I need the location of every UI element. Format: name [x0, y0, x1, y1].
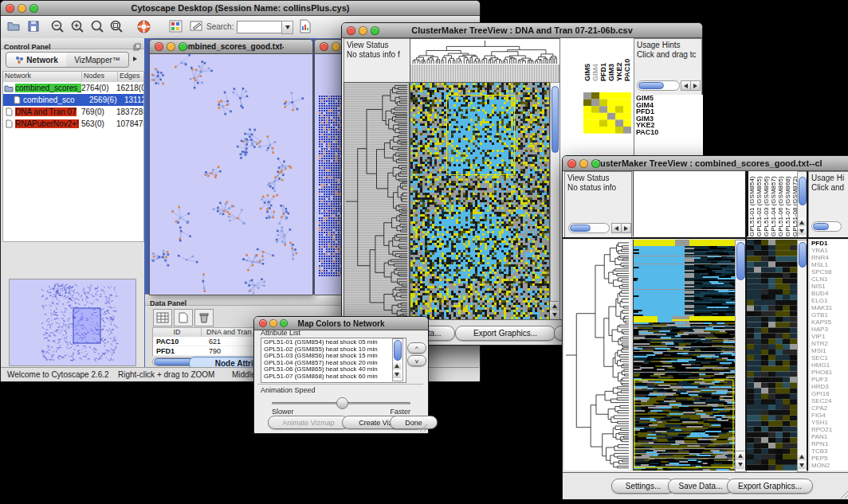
tv1-col-label[interactable]: YKE2	[615, 41, 623, 81]
delete-attribute-icon[interactable]	[194, 309, 214, 326]
tv2-usage-hscroll[interactable]	[811, 221, 842, 232]
help-lifering-icon[interactable]	[136, 19, 151, 37]
tv2-heatmap[interactable]	[633, 240, 735, 471]
network-row[interactable]: DNA and Tran 07769(0)183728(0)	[3, 106, 143, 118]
gene-label[interactable]: SEC24	[811, 397, 848, 404]
network-view-titlebar[interactable]: combined_scores_good.txt--cluste...	[150, 40, 312, 54]
close-button[interactable]	[259, 319, 267, 327]
gene-label[interactable]: BUD4	[811, 290, 848, 297]
tv1-column-dendrogram[interactable]	[410, 38, 560, 83]
gene-label[interactable]: YRA1	[811, 247, 848, 254]
gene-label[interactable]: VIP1	[811, 333, 848, 340]
network-view-2-titlebar[interactable]	[315, 40, 344, 54]
gene-label[interactable]: RPO21	[811, 426, 848, 433]
zoom-button[interactable]	[280, 319, 288, 327]
gene-label[interactable]: RNR4	[811, 254, 848, 261]
minimize-button[interactable]	[167, 42, 175, 51]
slider-thumb[interactable]	[336, 397, 348, 409]
table-icon[interactable]	[153, 309, 172, 326]
animate-vizmap-button[interactable]: Animate Vizmap	[268, 416, 349, 429]
minimize-button[interactable]	[579, 159, 588, 168]
save-data-button[interactable]: Save Data...	[668, 479, 733, 494]
gene-label[interactable]: TCB3	[811, 447, 848, 455]
col-network[interactable]: Network	[3, 72, 82, 82]
zoom-button[interactable]	[29, 4, 38, 13]
gene-label[interactable]: KAP95	[811, 318, 848, 326]
tv1-similarity-matrix[interactable]	[583, 92, 631, 134]
annotation-icon[interactable]	[190, 20, 204, 36]
tv2-status-hscroll[interactable]	[568, 223, 610, 233]
tv1-col-label[interactable]: GIM3	[607, 41, 615, 81]
tv2-col-label[interactable]: GPL51-01 (GSM854)	[748, 173, 756, 236]
gene-label[interactable]: HRD3	[811, 383, 848, 390]
network-row[interactable]: RNAPuberNov2+!563(0)107847(0)	[3, 118, 143, 130]
tv1-usage-hscroll[interactable]	[637, 80, 680, 91]
tab-network[interactable]: Network	[6, 52, 68, 68]
zoom-in-icon[interactable]	[70, 19, 85, 37]
zoom-button[interactable]	[371, 26, 379, 35]
minimize-button[interactable]	[18, 4, 26, 13]
tv2-col-label[interactable]: GPL51-03 (GSM856)	[763, 173, 770, 236]
tv2-col-label[interactable]: GPL51-02 (GSM855)	[756, 173, 763, 236]
tv2-col-label[interactable]: GPL51-04 (GSM857)	[770, 173, 777, 236]
minimize-button[interactable]	[269, 319, 277, 327]
gene-label[interactable]: YSH1	[811, 419, 848, 426]
gene-label[interactable]: PFD1	[811, 240, 848, 247]
close-button[interactable]	[347, 26, 355, 35]
scroll-right-arrow[interactable]	[690, 80, 701, 91]
gene-label[interactable]: SPC98	[811, 268, 848, 275]
tv1-heatmap[interactable]	[410, 82, 550, 321]
tv2-zoom-heatmap[interactable]	[747, 240, 797, 471]
tv1-col-label[interactable]: GIM4	[591, 41, 599, 81]
gene-label[interactable]: PEP5	[811, 455, 848, 462]
treeview2-titlebar[interactable]: ClusterMaker TreeView : combined_scores_…	[563, 156, 848, 171]
search-input[interactable]	[237, 21, 283, 33]
gene-label[interactable]: PHO81	[811, 369, 848, 376]
tv1-col-label[interactable]: PFD1	[599, 41, 607, 81]
tv1-row-dendrogram[interactable]	[344, 82, 410, 321]
col-edges[interactable]: Edges	[118, 72, 143, 82]
gene-label[interactable]: ELG1	[811, 297, 848, 304]
gene-label[interactable]: CLN1	[811, 275, 848, 283]
attribute-list[interactable]: GPL51-01 (GSM854) heat shock 05 minGPL51…	[261, 338, 406, 383]
gene-label[interactable]: HAP3	[811, 326, 848, 333]
close-button[interactable]	[320, 42, 328, 51]
tv1-col-label[interactable]: PAC10	[623, 41, 631, 81]
settings-button[interactable]: Settings...	[611, 479, 675, 494]
main-titlebar[interactable]: Cytoscape Desktop (Session Name: collins…	[1, 1, 480, 16]
gene-label[interactable]: FIG4	[811, 412, 848, 419]
birdseye-view[interactable]	[9, 279, 136, 366]
minimize-button[interactable]	[359, 26, 367, 35]
minimize-button[interactable]	[332, 42, 340, 51]
network-canvas-2[interactable]	[315, 54, 343, 294]
attribute-list-vscroll[interactable]	[392, 338, 403, 381]
gene-label[interactable]: GTB1	[811, 311, 848, 318]
gene-label[interactable]: MON2	[811, 462, 848, 469]
network-canvas[interactable]	[150, 54, 311, 294]
treeview1-titlebar[interactable]: ClusterMaker TreeView : DNA and Tran 07-…	[342, 23, 702, 38]
gene-label[interactable]: CPA2	[811, 404, 848, 412]
export-graphics-button[interactable]: Export Graphics...	[455, 326, 556, 341]
open-session-button[interactable]	[6, 20, 21, 36]
vizmapper-icon[interactable]	[169, 20, 183, 36]
save-session-button[interactable]	[27, 20, 40, 36]
attribute-item[interactable]: GPL51-07 (GSM868) heat shock 60 min	[264, 373, 406, 381]
gene-label[interactable]: GPI16	[811, 390, 848, 397]
tab-vizmapper[interactable]: VizMapper™	[66, 52, 129, 68]
gene-label[interactable]: MSL1	[811, 261, 848, 268]
gene-label[interactable]: PUF3	[811, 376, 848, 383]
float-panel-icon[interactable]	[133, 40, 141, 54]
scroll-right-arrow[interactable]	[621, 223, 631, 233]
attribute-item[interactable]: GPL51-03 (GSM856) heat shock 15 min	[264, 353, 406, 360]
close-button[interactable]	[6, 4, 14, 13]
zoom-button[interactable]	[591, 159, 600, 168]
gene-label[interactable]: HMG1	[811, 361, 848, 369]
gene-label[interactable]: NTR2	[811, 340, 848, 347]
gene-label[interactable]: NIS1	[811, 283, 848, 290]
tv2-row-dendrogram[interactable]	[564, 240, 630, 471]
new-attribute-icon[interactable]	[174, 309, 193, 326]
zoom-selected-icon[interactable]	[90, 19, 105, 37]
close-button[interactable]	[567, 159, 576, 168]
resize-grip[interactable]	[419, 424, 427, 432]
zoom-fit-icon[interactable]	[109, 19, 124, 37]
